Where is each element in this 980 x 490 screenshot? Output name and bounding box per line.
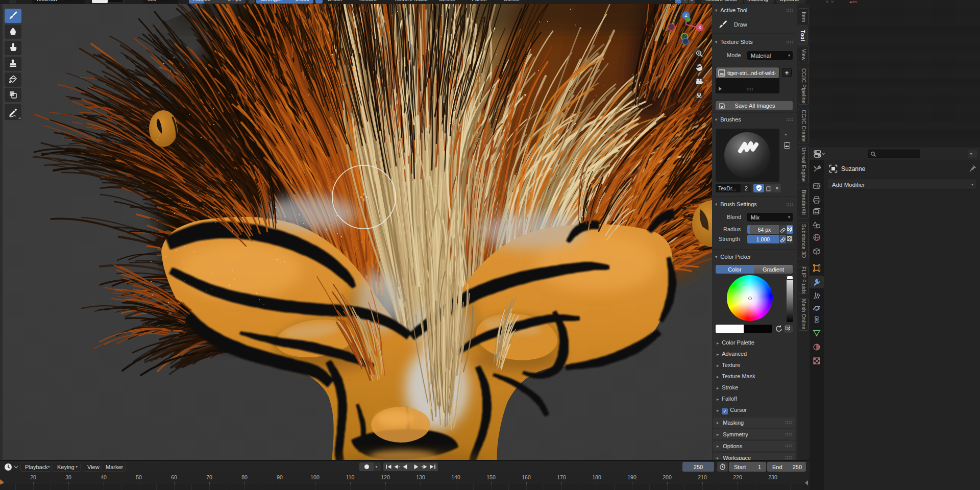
svg-text:X: X	[698, 25, 701, 30]
